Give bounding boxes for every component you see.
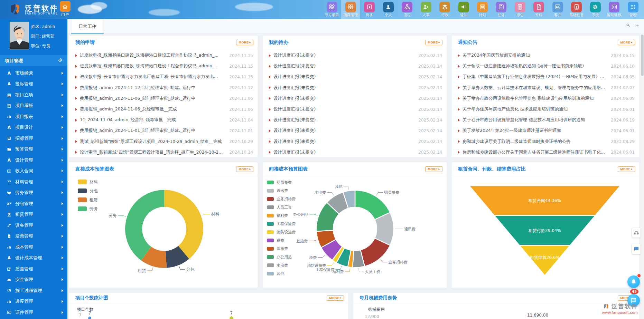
sidebar-item[interactable]: A 设计管理 — [0, 155, 67, 166]
list-item[interactable]: 住房和城乡建设部办公厅关于同意吉林省开展二级建造师注册证书电子化试点... 20… — [458, 147, 635, 157]
sidebar-module-header[interactable]: 项目管理 — [0, 55, 67, 66]
list-item[interactable]: 设计进度汇报(未提交) 2025.02.14 — [269, 83, 442, 93]
list-item[interactable]: 设计进度汇报(未提交) 2025.02.14 — [269, 104, 442, 115]
sidebar-item[interactable]: x² 分包管理 — [0, 198, 67, 209]
item-title: 设计进度汇报(未提交) — [273, 139, 316, 145]
list-item[interactable]: 费用报销_admin_2024-11-06_总经理审批__完成 2024.11.… — [75, 104, 253, 115]
list-item[interactable]: 于征集《中国建筑施工行业信息化发展报告 (2024) —BIM应用与发展》材料.… — [458, 71, 635, 82]
sidebar-item[interactable]: ▤ 项目立项 — [0, 89, 67, 100]
module-title: 项目管理 — [5, 58, 23, 64]
list-item[interactable]: 关于举办住房与房地产信息化 技术及应用培训班的通知 2024.06.01 — [458, 104, 635, 115]
sidebar-item[interactable]: 进度管理 — [0, 296, 67, 307]
watermark-logo-icon — [603, 303, 610, 310]
top-nav-item[interactable]: 行政 — [436, 0, 454, 19]
sidebar-item[interactable]: 安全管理 — [0, 274, 67, 286]
sidebar-item[interactable]: 成本管理 — [0, 242, 67, 253]
sidebar-item[interactable]: 招标管理 — [0, 133, 67, 144]
list-item[interactable]: 设计进度汇报(未提交) 2025.02.14 — [269, 50, 442, 61]
key-icon[interactable] — [626, 23, 631, 29]
more-button[interactable]: MORE▸ — [618, 40, 635, 45]
data-point[interactable]: 7 — [230, 311, 233, 319]
tab-daily-work[interactable]: 日常工作 — [71, 19, 104, 33]
sidebar-item[interactable]: 租赁管理 — [0, 209, 67, 220]
sidebar-item[interactable]: 预算管理 — [0, 144, 67, 155]
sidebar-item[interactable]: 发票管理 — [0, 231, 67, 242]
sidebar-item[interactable]: 质量管理 — [0, 263, 67, 274]
portal-nav-item[interactable]: 门户 — [58, 1, 72, 19]
contact-widget[interactable] — [632, 228, 641, 238]
label-leader-line — [327, 262, 334, 265]
scrollbar-track[interactable] — [641, 33, 644, 319]
top-nav-item[interactable]: 任务 — [492, 0, 511, 19]
sidebar-item[interactable]: 项目报表 — [0, 111, 67, 122]
list-item[interactable]: 设计进度汇报(未提交) 2025.02.14 — [269, 71, 442, 82]
list-item[interactable]: 设计进度汇报(未提交) 2025.02.14 — [269, 147, 442, 157]
gear-icon[interactable] — [58, 58, 63, 64]
task-icon — [496, 2, 506, 12]
top-nav-item[interactable]: 人事 — [417, 0, 435, 19]
list-item[interactable]: 进度款申报_珠海鹤港口建设_珠海鹤港口建设工程合作协议书_admin_... 2… — [75, 50, 253, 61]
list-item[interactable]: 关于领取一级注册建造师增项贴的通知 (须持一建证书前来领取) 2024.06.1… — [458, 61, 635, 71]
top-nav-item[interactable]: 报告 — [511, 0, 529, 19]
indirect-cost-donut-chart[interactable]: 职员餐费通讯费业务招待费人员工资福利费工程保险费消防设施费税费差旅费办公用品水电… — [263, 162, 447, 288]
list-item[interactable]: 设计进度汇报(未提交) 2025.02.14 — [269, 136, 442, 147]
message-widget[interactable] — [632, 244, 641, 254]
more-button[interactable]: MORE▸ — [236, 40, 253, 45]
direct-cost-donut-chart[interactable]: 材料分包租赁劳务 — [69, 162, 258, 288]
list-item[interactable]: 11_2024-11-04_admin_经营部_领导审批__完成 2024.11… — [75, 115, 253, 125]
list-item[interactable]: 关于举办大数据、云计算技术在城市建设、规划、管理与服务中的应用培训班... 20… — [458, 83, 635, 93]
user-avatar[interactable] — [10, 22, 29, 49]
list-item[interactable]: 进度款申报_长春市伊通河水力发电厂改建工程_长春市伊通河水力发电... 2024… — [75, 71, 253, 82]
list-item[interactable]: 房和城乡建设厅关于取消二级建造师临时执业证书的公告 2023.08.29 — [458, 136, 635, 147]
top-nav-item[interactable]: 通知 — [454, 0, 473, 19]
sidebar-item[interactable]: 证件管理 — [0, 307, 67, 318]
more-button[interactable]: MORE▸ — [425, 40, 442, 45]
list-item[interactable]: 设计进度汇报(未提交) 2025.02.14 — [269, 125, 442, 136]
top-nav-item[interactable]: 个人 — [379, 0, 398, 19]
sidebar-item[interactable]: 施工过程管理 — [0, 285, 67, 296]
service-button[interactable] — [627, 276, 640, 288]
more-button[interactable]: MORE▸ — [327, 295, 344, 301]
sidebar-item[interactable]: A 设计成本管理 — [0, 253, 67, 264]
list-item[interactable]: 测试_彭祖新城"四馆"景观工程设计项目_2024-10-29_admin_结束_… — [75, 136, 253, 147]
sidebar-item[interactable]: A 项目设计 — [0, 122, 67, 133]
top-nav-item[interactable]: 客户 — [548, 0, 567, 19]
list-item[interactable]: 费用报销_admin_2024-11-01_部门经理审批_胡建,_运行中 202… — [75, 125, 253, 136]
list-item[interactable]: 费用报销_admin_2024-11-12_部门经理审批_胡建,_运行中 202… — [75, 83, 253, 93]
list-item[interactable]: 设计进度汇报(未提交) 2025.02.14 — [269, 61, 442, 71]
top-nav-item[interactable]: 资料 — [530, 0, 548, 19]
top-nav-item[interactable]: 计划 — [473, 0, 492, 19]
top-nav-item[interactable]: 流程 — [398, 0, 417, 19]
list-item[interactable]: 关于发放2024年第24批一级建造师注册证书的通知 2024.06.01 — [458, 125, 635, 136]
sidebar-item[interactable]: 材料管理 — [0, 176, 67, 187]
top-nav-item[interactable]: 基础信息 — [567, 0, 586, 19]
rental-funnel-chart[interactable]: 租赁合同44.36%租赁付款29.04%租赁结算26.6% — [452, 162, 639, 288]
top-nav-item[interactable]: 甲方项目 — [323, 0, 341, 19]
sidebar-item[interactable]: A 投标管理 — [0, 79, 67, 90]
sidebar-item[interactable]: ▤ 项目看板 — [0, 100, 67, 112]
top-nav-item[interactable]: 管理 — [624, 0, 642, 19]
list-item[interactable]: 关于举办市政公用设施数字化管理信息 系统建设与应用培训班的通知 2024.06.… — [458, 93, 635, 104]
list-item[interactable]: 费用报销_admin_2024-11-06_部门经理审批_胡建,_运行中 202… — [75, 93, 253, 104]
data-point[interactable]: 7 — [88, 311, 91, 319]
list-item[interactable]: 进度款申报_珠海鹤港口建设_珠海鹤港口建设工程合作协议书_admin_... 2… — [75, 61, 253, 71]
list-item[interactable]: 设计进度汇报(未提交) 2025.02.14 — [269, 93, 442, 104]
top-nav-item[interactable]: 智能建模 — [605, 0, 624, 19]
list-item[interactable]: 设计进度汇报(未提交) 2025.02.14 — [269, 115, 442, 125]
top-nav-item[interactable]: 系统 — [586, 0, 605, 19]
sidebar-item[interactable]: 设备管理 — [0, 220, 67, 231]
sidebar-item[interactable]: 收入合同 — [0, 166, 67, 177]
funnel-section[interactable] — [521, 246, 569, 275]
top-nav-item[interactable]: 项目管理 — [341, 0, 360, 19]
top-nav-item[interactable]: 财务 — [360, 0, 379, 19]
donut-slice[interactable] — [125, 190, 164, 260]
watermark-url[interactable]: www.fanpusoft.com — [602, 310, 638, 315]
list-item[interactable]: 关于2024年国庆节放假安排的通知 2024.06.15 — [458, 50, 635, 61]
donut-slice[interactable] — [164, 190, 203, 259]
list-item[interactable]: 设计审查_彭祖新城"四馆"景观工程设计项目_请选择_胡广生_2024-10-2.… — [75, 147, 253, 157]
scrollbar-thumb[interactable] — [641, 35, 644, 76]
expand-icon[interactable] — [634, 23, 639, 29]
sidebar-item[interactable]: A 市场经营 — [0, 68, 67, 79]
list-item[interactable]: 关于召开市政公用设施智慧化管理 信息技术与应用培训班的通知 2024.06.19 — [458, 115, 635, 125]
sidebar-item[interactable]: 劳务管理 — [0, 187, 67, 199]
